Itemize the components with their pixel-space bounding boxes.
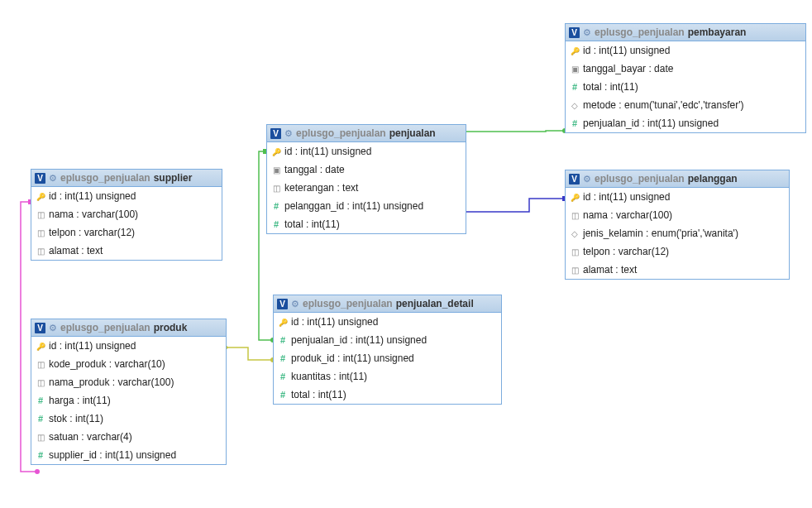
table-name-label: pelanggan [688,173,738,185]
table-pelanggan[interactable]: V ⚙ eplusgo_penjualan pelanggan id : int… [565,170,790,280]
number-icon [36,450,45,460]
table-supplier[interactable]: V ⚙ eplusgo_penjualan supplier id : int(… [31,169,222,261]
view-icon: V [277,299,288,309]
column-row[interactable]: nama_produk : varchar(100) [31,373,226,391]
column-row[interactable]: tanggal_bayar : date [566,60,805,78]
table-columns: id : int(11) unsigned tanggal_bayar : da… [566,41,805,132]
text-icon [571,266,579,275]
view-icon: V [569,174,580,185]
date-icon [272,165,280,175]
table-pembayaran[interactable]: V ⚙ eplusgo_penjualan pembayaran id : in… [565,23,806,133]
column-row[interactable]: id : int(11) unsigned [267,142,466,161]
gear-icon[interactable]: ⚙ [284,128,293,139]
schema-label: eplusgo_penjualan [595,173,685,185]
enum-icon [571,229,579,238]
column-row[interactable]: satuan : varchar(4) [31,428,226,446]
column-row[interactable]: nama : varchar(100) [31,205,222,223]
column-row[interactable]: harga : int(11) [31,391,226,410]
column-row[interactable]: penjualan_id : int(11) unsigned [274,331,501,349]
key-icon [279,318,287,327]
table-header-pembayaran[interactable]: V ⚙ eplusgo_penjualan pembayaran [566,24,805,41]
text-icon [36,210,45,219]
column-row[interactable]: produk_id : int(11) unsigned [274,349,501,367]
column-row[interactable]: telpon : varchar(12) [566,242,789,261]
column-row[interactable]: total : int(11) [566,78,805,96]
text-icon [571,211,579,220]
table-header-supplier[interactable]: V ⚙ eplusgo_penjualan supplier [31,170,222,187]
schema-label: eplusgo_penjualan [60,172,150,184]
column-row[interactable]: kuantitas : int(11) [274,367,501,386]
table-header-penjualan[interactable]: V ⚙ eplusgo_penjualan penjualan [267,125,466,142]
gear-icon[interactable]: ⚙ [49,323,57,333]
table-header-produk[interactable]: V ⚙ eplusgo_penjualan produk [31,319,226,337]
table-header-penjualan-detail[interactable]: V ⚙ eplusgo_penjualan penjualan_detail [274,295,501,313]
number-icon [571,82,579,92]
gear-icon[interactable]: ⚙ [291,299,299,309]
number-icon [36,395,45,405]
column-row[interactable]: penjualan_id : int(11) unsigned [566,114,805,132]
column-row[interactable]: supplier_id : int(11) unsigned [31,446,226,464]
column-row[interactable]: nama : varchar(100) [566,206,789,224]
table-columns: id : int(11) unsigned penjualan_id : int… [274,313,501,404]
number-icon [272,219,280,229]
table-name-label: produk [154,322,188,333]
text-icon [571,247,579,256]
number-icon [279,353,287,363]
key-icon [571,46,579,55]
column-row[interactable]: id : int(11) unsigned [274,313,501,331]
view-icon: V [569,27,580,38]
column-row[interactable]: alamat : text [566,261,789,279]
table-name-label: penjualan_detail [396,298,474,309]
table-columns: id : int(11) unsigned nama : varchar(100… [566,188,789,279]
svg-point-0 [35,469,40,474]
text-icon [36,247,45,256]
column-row[interactable]: id : int(11) unsigned [566,41,805,60]
gear-icon[interactable]: ⚙ [583,27,591,38]
view-icon: V [35,173,45,184]
schema-label: eplusgo_penjualan [595,26,685,38]
table-header-pelanggan[interactable]: V ⚙ eplusgo_penjualan pelanggan [566,170,789,188]
key-icon [571,193,579,202]
column-row[interactable]: kode_produk : varchar(10) [31,355,226,373]
column-row[interactable]: id : int(11) unsigned [31,337,226,355]
table-name-label: pembayaran [688,26,747,38]
table-penjualan-detail[interactable]: V ⚙ eplusgo_penjualan penjualan_detail i… [273,295,502,405]
schema-label: eplusgo_penjualan [296,127,386,139]
schema-label: eplusgo_penjualan [303,298,393,309]
column-row[interactable]: pelanggan_id : int(11) unsigned [267,197,466,215]
column-row[interactable]: id : int(11) unsigned [31,187,222,205]
column-row[interactable]: telpon : varchar(12) [31,223,222,242]
date-icon [571,65,579,74]
key-icon [36,342,45,351]
text-icon [36,378,45,387]
table-columns: id : int(11) unsigned tanggal : date ket… [267,142,466,233]
column-row[interactable]: metode : enum('tunai','edc','transfer') [566,96,805,114]
enum-icon [571,101,579,110]
text-icon [36,360,45,369]
column-row[interactable]: alamat : text [31,242,222,260]
table-name-label: penjualan [389,127,436,139]
text-icon [272,184,280,193]
table-penjualan[interactable]: V ⚙ eplusgo_penjualan penjualan id : int… [266,124,466,234]
key-icon [272,147,280,156]
schema-label: eplusgo_penjualan [60,322,150,333]
table-columns: id : int(11) unsigned nama : varchar(100… [31,187,222,260]
text-icon [36,228,45,237]
column-row[interactable]: tanggal : date [267,161,466,179]
number-icon [279,335,287,345]
column-row[interactable]: jenis_kelamin : enum('pria','wanita') [566,224,789,242]
column-row[interactable]: total : int(11) [267,215,466,233]
number-icon [279,371,287,381]
column-row[interactable]: keterangan : text [267,179,466,197]
number-icon [571,118,579,128]
text-icon [36,433,45,442]
column-row[interactable]: id : int(11) unsigned [566,188,789,206]
table-name-label: supplier [154,172,193,184]
table-produk[interactable]: V ⚙ eplusgo_penjualan produk id : int(11… [31,319,227,465]
gear-icon[interactable]: ⚙ [49,173,57,184]
column-row[interactable]: stok : int(11) [31,410,226,428]
gear-icon[interactable]: ⚙ [583,174,591,185]
view-icon: V [35,323,45,333]
number-icon [279,390,287,400]
column-row[interactable]: total : int(11) [274,386,501,404]
